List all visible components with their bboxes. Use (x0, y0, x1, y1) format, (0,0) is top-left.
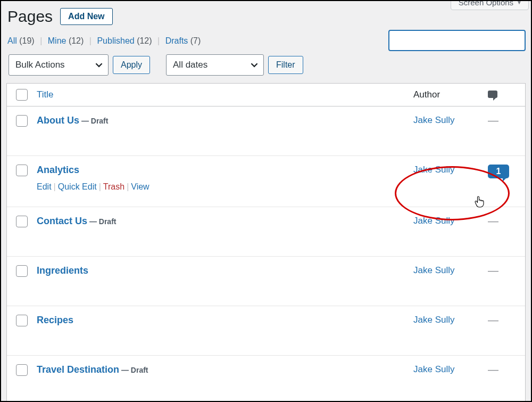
row-comments-cell: — (488, 265, 525, 276)
row-checkbox[interactable] (16, 216, 28, 227)
row-author-cell: Jake Sully (413, 265, 488, 276)
apply-button[interactable]: Apply (113, 56, 150, 74)
row-author-cell: Jake Sully (413, 115, 488, 126)
bulk-actions-select[interactable]: Bulk Actions (9, 54, 109, 76)
trash-link[interactable]: Trash (103, 182, 124, 191)
table-row: Contact Us — DraftJake Sully— (7, 207, 525, 256)
row-checkbox[interactable] (16, 165, 28, 176)
row-title-link[interactable]: Analytics (37, 165, 79, 175)
row-comments-cell: 1 (488, 165, 525, 178)
table-row: AnalyticsEdit|Quick Edit|Trash|ViewJake … (7, 155, 525, 207)
row-title-link[interactable]: Travel Destination (37, 364, 119, 375)
row-checkbox[interactable] (16, 315, 28, 326)
row-title-cell: Contact Us — Draft (37, 216, 413, 227)
screen-options-tab[interactable]: Screen Options ▼ (451, 0, 529, 10)
row-checkbox[interactable] (16, 364, 28, 376)
table-row: IngredientsJake Sully— (7, 256, 525, 306)
quick-edit-link[interactable]: Quick Edit (58, 182, 97, 191)
row-comments-cell: — (488, 216, 525, 226)
row-checkbox-cell (7, 315, 37, 326)
actions-row: Bulk Actions Apply All dates Filter (1, 49, 531, 83)
row-title-cell: About Us — Draft (37, 115, 413, 126)
author-link[interactable]: Jake Sully (413, 315, 454, 325)
no-comments-dash: — (488, 314, 498, 326)
row-checkbox-cell (7, 364, 37, 376)
table-row: About Us — DraftJake Sully— (7, 106, 525, 155)
author-link[interactable]: Jake Sully (413, 115, 454, 125)
no-comments-dash: — (488, 364, 498, 375)
chevron-down-icon: ▼ (517, 0, 522, 5)
filter-mine-count: (12) (69, 36, 84, 45)
select-all-checkbox[interactable] (16, 89, 28, 101)
pages-table: Title Author About Us — DraftJake Sully—… (6, 83, 526, 402)
filter-mine[interactable]: Mine (48, 36, 66, 45)
no-comments-dash: — (488, 114, 498, 126)
screen-options-label: Screen Options (459, 0, 513, 7)
chevron-down-icon (95, 61, 103, 69)
row-author-cell: Jake Sully (413, 165, 488, 175)
date-filter-select[interactable]: All dates (166, 54, 264, 76)
row-checkbox-cell (7, 265, 37, 277)
column-author: Author (413, 89, 488, 100)
table-header-row: Title Author (7, 84, 525, 106)
row-title-link[interactable]: Contact Us (37, 216, 87, 226)
status-draft: — Draft (87, 217, 116, 226)
author-link[interactable]: Jake Sully (413, 216, 454, 226)
filter-drafts[interactable]: Drafts (165, 36, 188, 45)
no-comments-dash: — (488, 215, 498, 227)
row-comments-cell: — (488, 315, 525, 325)
row-comments-cell: — (488, 364, 525, 375)
author-link[interactable]: Jake Sully (413, 165, 454, 175)
bulk-actions-label: Bulk Actions (15, 60, 65, 70)
row-checkbox-cell (7, 115, 37, 127)
edit-link[interactable]: Edit (37, 182, 52, 191)
filter-all-count: (19) (19, 36, 34, 45)
row-title-cell: AnalyticsEdit|Quick Edit|Trash|View (37, 165, 413, 192)
table-row: Travel Destination — DraftJake Sully— (7, 355, 525, 402)
row-author-cell: Jake Sully (413, 315, 488, 325)
filter-drafts-count: (7) (190, 36, 201, 45)
app-frame: Screen Options ▼ Pages Add New All (19) … (0, 0, 532, 402)
row-checkbox-cell (7, 216, 37, 227)
status-draft: — Draft (79, 117, 108, 125)
row-title-cell: Travel Destination — Draft (37, 364, 413, 375)
search-wrap (388, 30, 526, 51)
view-link[interactable]: View (131, 182, 149, 191)
filter-published[interactable]: Published (97, 36, 134, 45)
filter-button[interactable]: Filter (268, 56, 303, 74)
filter-all[interactable]: All (7, 36, 17, 45)
select-all-cell (7, 89, 37, 101)
row-checkbox[interactable] (16, 115, 28, 127)
date-filter-label: All dates (173, 60, 207, 70)
column-title[interactable]: Title (37, 89, 413, 100)
row-checkbox[interactable] (16, 265, 28, 277)
row-title-link[interactable]: Recipes (37, 315, 73, 325)
chevron-down-icon (251, 61, 258, 69)
search-input[interactable] (388, 30, 526, 51)
row-actions: Edit|Quick Edit|Trash|View (37, 182, 413, 192)
row-author-cell: Jake Sully (413, 216, 488, 226)
page-title: Pages (7, 7, 53, 26)
row-title-cell: Ingredients (37, 265, 413, 276)
row-comments-cell: — (488, 115, 525, 126)
filter-published-count: (12) (137, 36, 152, 45)
no-comments-dash: — (488, 265, 498, 276)
row-title-cell: Recipes (37, 315, 413, 326)
author-link[interactable]: Jake Sully (413, 364, 454, 374)
status-draft: — Draft (119, 366, 148, 374)
comment-count-bubble[interactable]: 1 (488, 165, 509, 178)
table-row: RecipesJake Sully— (7, 306, 525, 355)
add-new-button[interactable]: Add New (60, 8, 112, 25)
row-title-link[interactable]: Ingredients (37, 265, 88, 276)
author-link[interactable]: Jake Sully (413, 265, 454, 275)
comment-icon (488, 91, 497, 98)
row-author-cell: Jake Sully (413, 364, 488, 375)
row-title-link[interactable]: About Us (37, 115, 79, 126)
column-comments[interactable] (488, 89, 525, 101)
row-checkbox-cell (7, 165, 37, 176)
